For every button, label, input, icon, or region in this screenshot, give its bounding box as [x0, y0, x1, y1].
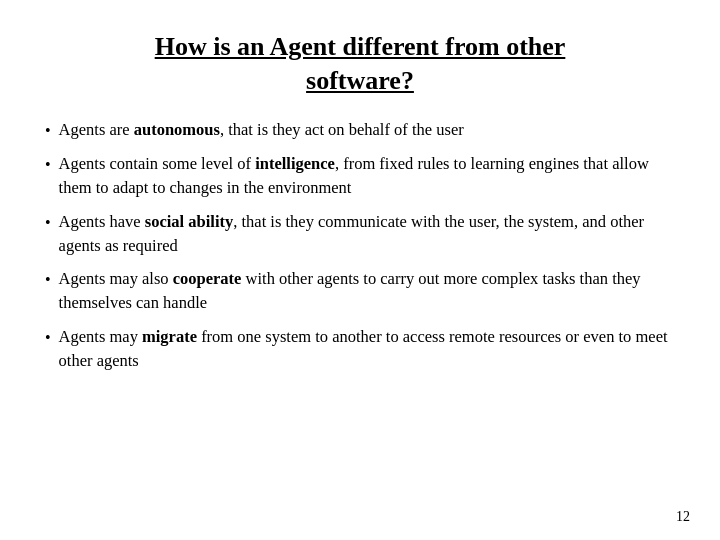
bullet-text-5: Agents may migrate from one system to an… — [59, 325, 675, 373]
bullet-text-3: Agents have social ability, that is they… — [59, 210, 675, 258]
title-line2: software? — [306, 66, 414, 95]
bold-social-ability: social ability — [145, 212, 233, 231]
slide: How is an Agent different from other sof… — [0, 0, 720, 540]
page-number: 12 — [676, 509, 690, 525]
bullet-icon: • — [45, 153, 51, 176]
list-item: • Agents are autonomous, that is they ac… — [45, 118, 675, 142]
bullet-text-4: Agents may also cooperate with other age… — [59, 267, 675, 315]
list-item: • Agents may also cooperate with other a… — [45, 267, 675, 315]
bullet-list: • Agents are autonomous, that is they ac… — [45, 118, 675, 384]
bold-autonomous: autonomous — [134, 120, 220, 139]
slide-title: How is an Agent different from other sof… — [45, 30, 675, 98]
list-item: • Agents may migrate from one system to … — [45, 325, 675, 373]
bold-intelligence: intelligence — [255, 154, 335, 173]
bullet-icon: • — [45, 268, 51, 291]
title-line1: How is an Agent different from other — [155, 32, 566, 61]
bullet-text-2: Agents contain some level of intelligenc… — [59, 152, 675, 200]
bullet-icon: • — [45, 211, 51, 234]
list-item: • Agents have social ability, that is th… — [45, 210, 675, 258]
bullet-icon: • — [45, 326, 51, 349]
bullet-icon: • — [45, 119, 51, 142]
bullet-text-1: Agents are autonomous, that is they act … — [59, 118, 675, 142]
bold-migrate: migrate — [142, 327, 197, 346]
bold-cooperate: cooperate — [173, 269, 242, 288]
list-item: • Agents contain some level of intellige… — [45, 152, 675, 200]
